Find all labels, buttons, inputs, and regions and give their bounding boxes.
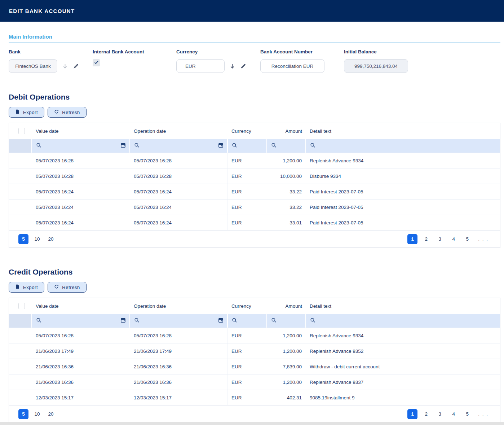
page-size-10[interactable]: 10 xyxy=(32,409,42,419)
currency-filter-cell[interactable] xyxy=(228,139,267,153)
column-header-amount[interactable]: Amount xyxy=(267,303,306,309)
detail-text-cell: Paid Interest 2023-07-05 xyxy=(306,184,500,199)
currency-cell: EUR xyxy=(228,374,267,390)
bank-dropdown-arrow-icon[interactable] xyxy=(62,63,68,69)
page-size-5[interactable]: 5 xyxy=(18,234,28,244)
column-header-value-date[interactable]: Value date xyxy=(32,128,130,134)
table-row[interactable]: 21/06/2023 16:3621/06/2023 16:36EUR1,200… xyxy=(9,374,500,390)
page-size-20[interactable]: 20 xyxy=(46,234,56,244)
calendar-icon[interactable] xyxy=(120,143,126,149)
page-5[interactable]: 5 xyxy=(462,234,472,244)
amount-cell: 7,839.00 xyxy=(267,359,306,374)
operation-date-filter-cell[interactable] xyxy=(130,139,228,153)
internal-bank-account-checkbox[interactable] xyxy=(93,59,100,66)
debit-export-button[interactable]: Export xyxy=(9,107,44,118)
page-size-5[interactable]: 5 xyxy=(18,409,28,419)
amount-filter-cell[interactable] xyxy=(267,314,306,328)
currency-filter-cell[interactable] xyxy=(228,314,267,328)
amount-cell: 33.01 xyxy=(267,215,306,230)
debit-refresh-button[interactable]: Refresh xyxy=(48,107,87,118)
page-3[interactable]: 3 xyxy=(435,234,445,244)
currency-dropdown-arrow-icon[interactable] xyxy=(229,63,235,69)
amount-cell: 33.22 xyxy=(267,184,306,199)
calendar-icon[interactable] xyxy=(120,317,126,324)
main-information-form: Bank FintechOS Bank Internal Bank Accoun… xyxy=(9,49,500,73)
operation-date-cell: 05/07/2023 16:24 xyxy=(130,200,228,215)
table-row[interactable]: 21/06/2023 16:3621/06/2023 16:36EUR7,839… xyxy=(9,359,500,374)
column-header-operation-date[interactable]: Operation date xyxy=(130,303,228,309)
credit-operations-table: Value dateOperation dateCurrencyAmountDe… xyxy=(9,298,500,423)
table-row[interactable]: 05/07/2023 16:2405/07/2023 16:24EUR33.22… xyxy=(9,184,500,199)
row-select-cell xyxy=(9,184,32,199)
bank-account-number-field-group: Bank Account Number Reconciliation EUR xyxy=(260,49,344,73)
operation-date-filter-cell[interactable] xyxy=(130,314,228,328)
credit-filter-row xyxy=(9,314,500,328)
column-header-detail-text[interactable]: Detail text xyxy=(306,128,500,134)
initial-balance-field-group: Initial Balance 999,750,216,843.04 xyxy=(344,49,500,73)
page-5[interactable]: 5 xyxy=(462,409,472,419)
currency-input[interactable]: EUR xyxy=(176,59,225,73)
page-3[interactable]: 3 xyxy=(435,409,445,419)
select-all-checkbox[interactable] xyxy=(18,303,25,309)
debit-header-row: Value dateOperation dateCurrencyAmountDe… xyxy=(9,123,500,139)
detail-text-cell: Withdraw - debit current account xyxy=(306,359,500,374)
column-header-amount[interactable]: Amount xyxy=(267,128,306,134)
search-icon[interactable] xyxy=(36,317,41,324)
page-size-selector: 51020 xyxy=(18,234,56,244)
calendar-icon[interactable] xyxy=(218,317,224,324)
table-row[interactable]: 05/07/2023 16:2405/07/2023 16:24EUR33.22… xyxy=(9,199,500,215)
column-header-value-date[interactable]: Value date xyxy=(32,303,130,309)
page-4[interactable]: 4 xyxy=(448,234,459,244)
value-date-cell: 12/03/2023 15:17 xyxy=(32,390,130,405)
search-icon[interactable] xyxy=(134,317,140,324)
page-navigation: 12345. . . xyxy=(407,234,491,244)
search-icon[interactable] xyxy=(310,143,315,149)
row-select-cell xyxy=(9,168,32,184)
search-icon[interactable] xyxy=(232,143,237,149)
search-icon[interactable] xyxy=(310,317,315,324)
currency-edit-pencil-icon[interactable] xyxy=(240,63,246,69)
page-size-20[interactable]: 20 xyxy=(46,409,56,419)
operation-date-cell: 05/07/2023 16:24 xyxy=(130,184,228,199)
detail-text-filter-cell[interactable] xyxy=(306,139,500,153)
value-date-filter-cell[interactable] xyxy=(32,139,130,153)
bank-edit-pencil-icon[interactable] xyxy=(73,63,79,69)
operation-date-cell: 21/06/2023 16:36 xyxy=(130,374,228,390)
credit-export-button[interactable]: Export xyxy=(9,282,44,293)
search-icon[interactable] xyxy=(271,143,277,149)
table-row[interactable]: 12/03/2023 15:1712/03/2023 15:17EUR402.3… xyxy=(9,390,500,405)
search-icon[interactable] xyxy=(134,143,140,149)
column-header-operation-date[interactable]: Operation date xyxy=(130,128,228,134)
table-row[interactable]: 05/07/2023 16:2405/07/2023 16:24EUR33.01… xyxy=(9,215,500,230)
calendar-icon[interactable] xyxy=(218,143,224,149)
column-header-currency[interactable]: Currency xyxy=(228,303,267,309)
page-1[interactable]: 1 xyxy=(407,409,417,419)
currency-cell: EUR xyxy=(228,200,267,215)
bank-input[interactable]: FintechOS Bank xyxy=(9,59,57,73)
column-header-detail-text[interactable]: Detail text xyxy=(306,303,500,309)
page-ellipsis: . . . xyxy=(476,234,491,244)
table-row[interactable]: 05/07/2023 16:2805/07/2023 16:28EUR10,00… xyxy=(9,168,500,184)
search-icon[interactable] xyxy=(232,317,237,324)
search-icon[interactable] xyxy=(36,143,41,149)
table-row[interactable]: 21/06/2023 17:4921/06/2023 17:49EUR1,200… xyxy=(9,343,500,359)
page-size-10[interactable]: 10 xyxy=(32,234,42,244)
value-date-filter-cell[interactable] xyxy=(32,314,130,328)
table-row[interactable]: 05/07/2023 16:2805/07/2023 16:28EUR1,200… xyxy=(9,328,500,343)
amount-cell: 1,200.00 xyxy=(267,153,306,168)
credit-refresh-button[interactable]: Refresh xyxy=(48,282,87,293)
select-all-checkbox[interactable] xyxy=(18,128,25,134)
page-2[interactable]: 2 xyxy=(421,234,431,244)
credit-header-row: Value dateOperation dateCurrencyAmountDe… xyxy=(9,298,500,314)
detail-text-filter-cell[interactable] xyxy=(306,314,500,328)
amount-filter-cell[interactable] xyxy=(267,139,306,153)
search-icon[interactable] xyxy=(271,317,277,324)
detail-text-cell: Replenish Advance 9334 xyxy=(306,153,500,168)
page-4[interactable]: 4 xyxy=(448,409,459,419)
column-header-currency[interactable]: Currency xyxy=(228,128,267,134)
page-1[interactable]: 1 xyxy=(407,234,417,244)
page-2[interactable]: 2 xyxy=(421,409,431,419)
bank-account-number-input[interactable]: Reconciliation EUR xyxy=(260,59,324,73)
initial-balance-input[interactable]: 999,750,216,843.04 xyxy=(344,59,408,73)
table-row[interactable]: 05/07/2023 16:2805/07/2023 16:28EUR1,200… xyxy=(9,153,500,168)
